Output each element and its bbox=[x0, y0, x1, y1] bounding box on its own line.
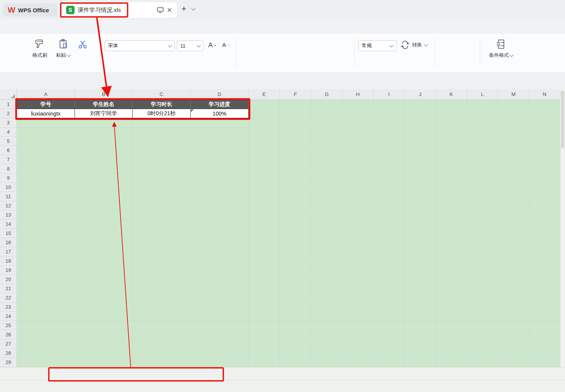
row-header-6[interactable]: 6 bbox=[0, 146, 17, 155]
cell-A3[interactable] bbox=[17, 118, 75, 127]
cell-L24[interactable] bbox=[467, 312, 498, 321]
cell-C21[interactable] bbox=[133, 284, 191, 293]
cell-L27[interactable] bbox=[467, 339, 498, 349]
cell-G22[interactable] bbox=[311, 293, 342, 303]
cell-G25[interactable] bbox=[311, 321, 342, 330]
row-header-28[interactable]: 28 bbox=[0, 349, 17, 358]
cell-E26[interactable] bbox=[249, 330, 280, 339]
cell-L12[interactable] bbox=[467, 201, 498, 210]
cell-B11[interactable] bbox=[75, 192, 133, 201]
row-header-16[interactable]: 16 bbox=[0, 238, 17, 247]
cell-C12[interactable] bbox=[133, 201, 191, 210]
cell-D17[interactable] bbox=[191, 247, 249, 256]
cell-A25[interactable] bbox=[17, 321, 75, 330]
cell-E22[interactable] bbox=[249, 293, 280, 303]
cell-I4[interactable] bbox=[374, 127, 405, 137]
cell-J6[interactable] bbox=[405, 146, 436, 155]
cell-K29[interactable] bbox=[436, 358, 467, 367]
select-all-corner[interactable] bbox=[0, 89, 17, 100]
cell-C19[interactable] bbox=[133, 266, 191, 275]
cell-B1[interactable]: 学生姓名 bbox=[75, 100, 133, 109]
cell-K10[interactable] bbox=[436, 183, 467, 192]
cell-L8[interactable] bbox=[467, 164, 498, 174]
cell-N23[interactable] bbox=[529, 303, 560, 312]
row-header-25[interactable]: 25 bbox=[0, 321, 17, 330]
cell-F28[interactable] bbox=[280, 349, 311, 358]
cell-M24[interactable] bbox=[498, 312, 529, 321]
cell-A23[interactable] bbox=[17, 303, 75, 312]
cell-H8[interactable] bbox=[342, 164, 374, 174]
vertical-scrollbar[interactable] bbox=[560, 89, 565, 367]
conditional-format-chevron-icon[interactable] bbox=[509, 53, 513, 57]
cell-L11[interactable] bbox=[467, 192, 498, 201]
cell-B26[interactable] bbox=[75, 330, 133, 339]
cell-A22[interactable] bbox=[17, 293, 75, 303]
cell-G5[interactable] bbox=[311, 137, 342, 146]
cell-A13[interactable] bbox=[17, 210, 75, 220]
cell-A10[interactable] bbox=[17, 183, 75, 192]
cell-I17[interactable] bbox=[374, 247, 405, 256]
cell-L14[interactable] bbox=[467, 220, 498, 229]
number-format-select[interactable]: 常规 bbox=[358, 40, 397, 51]
cell-I26[interactable] bbox=[374, 330, 405, 339]
cell-K6[interactable] bbox=[436, 146, 467, 155]
cell-N17[interactable] bbox=[529, 247, 560, 256]
cell-E4[interactable] bbox=[249, 127, 280, 137]
cell-J26[interactable] bbox=[405, 330, 436, 339]
column-header-N[interactable]: N bbox=[529, 89, 560, 100]
cell-J9[interactable] bbox=[405, 174, 436, 183]
cell-B14[interactable] bbox=[75, 220, 133, 229]
cell-C5[interactable] bbox=[133, 137, 191, 146]
cell-J27[interactable] bbox=[405, 339, 436, 349]
cell-E8[interactable] bbox=[249, 164, 280, 174]
cell-K2[interactable] bbox=[436, 109, 467, 118]
cell-K19[interactable] bbox=[436, 266, 467, 275]
cell-C9[interactable] bbox=[133, 174, 191, 183]
cell-F25[interactable] bbox=[280, 321, 311, 330]
cell-B4[interactable] bbox=[75, 127, 133, 137]
row-header-13[interactable]: 13 bbox=[0, 210, 17, 220]
cell-H28[interactable] bbox=[342, 349, 374, 358]
cell-M16[interactable] bbox=[498, 238, 529, 247]
cell-B12[interactable] bbox=[75, 201, 133, 210]
cell-J5[interactable] bbox=[405, 137, 436, 146]
cell-I9[interactable] bbox=[374, 174, 405, 183]
cell-F11[interactable] bbox=[280, 192, 311, 201]
cell-K25[interactable] bbox=[436, 321, 467, 330]
cell-E3[interactable] bbox=[249, 118, 280, 127]
document-tab[interactable]: S 课件学习情况.xls bbox=[61, 2, 177, 18]
cell-N24[interactable] bbox=[529, 312, 560, 321]
cell-A21[interactable] bbox=[17, 284, 75, 293]
cell-A18[interactable] bbox=[17, 256, 75, 266]
cell-M10[interactable] bbox=[498, 183, 529, 192]
cell-K13[interactable] bbox=[436, 210, 467, 220]
cell-J22[interactable] bbox=[405, 293, 436, 303]
cell-D11[interactable] bbox=[191, 192, 249, 201]
cell-C2[interactable]: 0时0分21秒 bbox=[133, 109, 191, 118]
cell-H15[interactable] bbox=[342, 229, 374, 238]
cell-H17[interactable] bbox=[342, 247, 374, 256]
cell-H16[interactable] bbox=[342, 238, 374, 247]
cell-E25[interactable] bbox=[249, 321, 280, 330]
cell-D12[interactable] bbox=[191, 201, 249, 210]
cell-N12[interactable] bbox=[529, 201, 560, 210]
cell-I15[interactable] bbox=[374, 229, 405, 238]
cell-H11[interactable] bbox=[342, 192, 374, 201]
cell-N20[interactable] bbox=[529, 275, 560, 284]
cell-A11[interactable] bbox=[17, 192, 75, 201]
cell-E16[interactable] bbox=[249, 238, 280, 247]
cell-G29[interactable] bbox=[311, 358, 342, 367]
cell-M18[interactable] bbox=[498, 256, 529, 266]
row-header-3[interactable]: 3 bbox=[0, 118, 17, 127]
cell-N8[interactable] bbox=[529, 164, 560, 174]
cell-K1[interactable] bbox=[436, 100, 467, 109]
cell-K27[interactable] bbox=[436, 339, 467, 349]
cell-C17[interactable] bbox=[133, 247, 191, 256]
cell-K12[interactable] bbox=[436, 201, 467, 210]
cell-E23[interactable] bbox=[249, 303, 280, 312]
cell-J14[interactable] bbox=[405, 220, 436, 229]
cell-F9[interactable] bbox=[280, 174, 311, 183]
cell-C29[interactable] bbox=[133, 358, 191, 367]
cell-L1[interactable] bbox=[467, 100, 498, 109]
cell-M22[interactable] bbox=[498, 293, 529, 303]
